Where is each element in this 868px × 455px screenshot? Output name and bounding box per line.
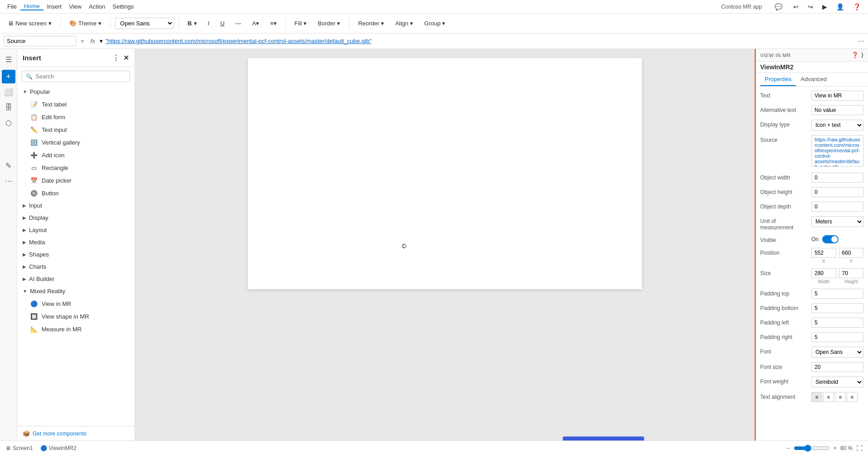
zoom-out-icon[interactable]: − — [787, 445, 790, 451]
formula-name-input[interactable] — [4, 36, 76, 46]
help-icon[interactable]: 💬 — [771, 3, 786, 10]
font-size-button[interactable]: A▾ — [248, 18, 264, 29]
run-icon[interactable]: ▶ — [819, 3, 831, 10]
sidebar-insert-button[interactable]: + — [2, 70, 15, 83]
panel-close-icon[interactable]: ✕ — [123, 53, 129, 62]
align-right-button[interactable]: ≡ — [835, 392, 846, 402]
item-rectangle[interactable]: ▭ Rectangle — [17, 161, 135, 174]
pad-top-input[interactable] — [811, 289, 863, 299]
pad-right-input[interactable] — [811, 332, 863, 342]
bold-button[interactable]: B ▾ — [183, 18, 201, 29]
formula-value-input[interactable] — [106, 38, 855, 44]
section-display[interactable]: ▶ Display — [17, 212, 135, 224]
help-info-icon[interactable]: ❓ — [851, 52, 858, 58]
alt-text-input[interactable] — [811, 105, 863, 115]
component-indicator[interactable]: 🔵 ViewInMR2 — [40, 445, 77, 451]
new-screen-button[interactable]: 🖥 New screen ▾ — [4, 18, 56, 29]
obj-depth-input[interactable] — [811, 202, 863, 212]
visible-toggle[interactable] — [822, 235, 839, 243]
menu-action[interactable]: Action — [85, 3, 109, 10]
unit-select[interactable]: Meters — [811, 216, 863, 227]
obj-height-input[interactable] — [811, 187, 863, 197]
question-icon[interactable]: ❓ — [849, 3, 864, 10]
screen-indicator[interactable]: 🖥 Screen1 — [5, 445, 33, 451]
display-type-select[interactable]: Icon + text — [811, 120, 863, 131]
item-edit-form[interactable]: 📋 Edit form — [17, 111, 135, 123]
zoom-in-icon[interactable]: + — [834, 445, 837, 451]
size-width-input[interactable] — [811, 268, 836, 278]
font-size-input[interactable] — [811, 362, 863, 372]
search-input[interactable] — [35, 73, 126, 80]
item-text-input[interactable]: ✏️ Text input — [17, 123, 135, 136]
align-justify-button[interactable]: ≡ — [847, 392, 858, 402]
sidebar-flow-icon[interactable]: ⋯ — [2, 174, 15, 188]
underline-button[interactable]: U — [216, 18, 228, 29]
section-media[interactable]: ▶ Media — [17, 236, 135, 248]
item-text-label[interactable]: 📝 Text label — [17, 98, 135, 111]
section-popular[interactable]: ▼ Popular — [17, 86, 135, 98]
font-selector[interactable]: Open Sans — [115, 18, 174, 29]
sidebar-home-icon[interactable]: ☰ — [2, 53, 15, 66]
tab-properties[interactable]: Properties — [760, 73, 796, 86]
undo-icon[interactable]: ↩ — [790, 3, 802, 10]
formula-expand-icon[interactable]: ⋯ — [858, 38, 864, 45]
zoom-slider[interactable] — [794, 445, 830, 452]
panel-expand-icon[interactable]: ⟩ — [861, 52, 863, 58]
panel-menu-icon[interactable]: ⋮ — [112, 53, 120, 62]
item-measure-in-mr[interactable]: 📐 Measure in MR — [17, 323, 135, 335]
align-left-button[interactable]: ≡ — [811, 392, 822, 402]
sidebar-pen-icon[interactable]: ✎ — [2, 159, 15, 172]
section-charts[interactable]: ▶ Charts — [17, 261, 135, 273]
item-view-shape-in-mr[interactable]: 🔲 View shape in MR — [17, 310, 135, 323]
section-layout[interactable]: ▶ Layout — [17, 224, 135, 236]
obj-width-input[interactable] — [811, 173, 863, 183]
more-components-row[interactable]: 📦 Get more components — [17, 426, 135, 440]
menu-insert[interactable]: Insert — [43, 3, 66, 10]
item-vertical-gallery[interactable]: 🔢 Vertical gallery — [17, 136, 135, 149]
handle-right[interactable] — [403, 244, 406, 248]
size-height-input[interactable] — [839, 268, 864, 278]
font-select[interactable]: Open Sans — [811, 347, 863, 358]
item-button[interactable]: 🔘 Button — [17, 187, 135, 199]
italic-button[interactable]: I — [204, 18, 214, 29]
section-ai-builder[interactable]: ▶ AI Builder — [17, 273, 135, 285]
menu-settings[interactable]: Settings — [109, 3, 137, 10]
pad-left-input[interactable] — [811, 318, 863, 328]
source-textarea[interactable] — [811, 135, 863, 167]
section-shapes[interactable]: ▶ Shapes — [17, 248, 135, 261]
reorder-button[interactable]: Reorder▾ — [354, 18, 388, 29]
theme-button[interactable]: 🎨 Theme ▾ — [65, 18, 106, 29]
group-button[interactable]: Group▾ — [420, 18, 449, 29]
align-text-button[interactable]: ≡▾ — [266, 18, 281, 29]
section-mixed-reality[interactable]: ▼ Mixed Reality — [17, 285, 135, 297]
item-add-icon[interactable]: ➕ Add icon — [17, 149, 135, 161]
pad-bottom-input[interactable] — [811, 303, 863, 313]
align-center-button[interactable]: ≡ — [823, 392, 834, 402]
font-weight-select[interactable]: Semibold — [811, 377, 863, 387]
canvas-frame[interactable]: ⟳ View in MR — [248, 58, 642, 289]
text-input[interactable] — [811, 91, 863, 101]
item-view-in-mr[interactable]: 🔵 View in MR — [17, 297, 135, 310]
position-y-input[interactable] — [839, 248, 864, 258]
position-x-input[interactable] — [811, 248, 836, 258]
sidebar-layers-icon[interactable]: ⬜ — [2, 85, 15, 99]
redo-icon[interactable]: ↪ — [804, 3, 817, 10]
item-date-picker[interactable]: 📅 Date picker — [17, 174, 135, 187]
more-components-label[interactable]: Get more components — [33, 431, 87, 437]
panel-search-box[interactable]: 🔍 — [22, 71, 130, 82]
person-icon[interactable]: 👤 — [833, 3, 848, 10]
border-button[interactable]: Border▾ — [313, 18, 344, 29]
strikethrough-button[interactable]: — — [231, 18, 246, 29]
section-input[interactable]: ▶ Input — [17, 199, 135, 212]
sidebar-data-icon[interactable]: 🗄 — [2, 101, 15, 114]
menu-home[interactable]: Home — [20, 3, 43, 10]
menu-view[interactable]: View — [65, 3, 85, 10]
tab-advanced[interactable]: Advanced — [796, 73, 831, 86]
fit-screen-icon[interactable]: ⛶ — [856, 445, 863, 452]
fill-button[interactable]: Fill▾ — [290, 18, 311, 29]
formula-dropdown[interactable]: ▾ — [100, 38, 103, 44]
align-button[interactable]: Align▾ — [391, 18, 417, 29]
view-in-mr-button[interactable]: ⟳ View in MR — [563, 436, 644, 440]
menu-file[interactable]: File — [4, 3, 20, 10]
sidebar-components-icon[interactable]: ⬡ — [2, 116, 15, 130]
